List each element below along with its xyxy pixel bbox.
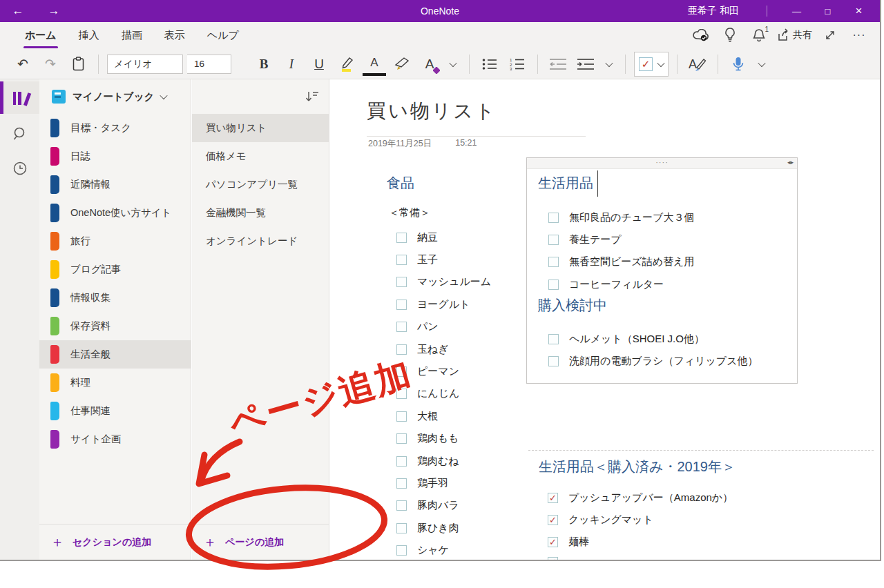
food-heading[interactable]: 食品	[387, 174, 414, 193]
indent-icon[interactable]	[574, 52, 597, 76]
checkbox[interactable]	[396, 500, 407, 511]
todo-item[interactable]: シャケ	[396, 539, 491, 561]
todo-item[interactable]: ヨーグルト	[396, 293, 491, 315]
checkbox[interactable]	[396, 478, 407, 489]
checkbox[interactable]	[396, 255, 407, 265]
recent-notes-clock-icon[interactable]	[0, 152, 39, 184]
todo-item[interactable]: パン	[396, 316, 491, 338]
notifications-bell-icon[interactable]: 1	[748, 25, 770, 46]
checkbox[interactable]	[396, 366, 407, 377]
checkbox-checked[interactable]	[548, 493, 558, 503]
todo-item[interactable]: クッキングマット	[548, 509, 733, 531]
todo-item[interactable]: 鶏肉もも	[396, 428, 491, 450]
forward-icon[interactable]: →	[46, 4, 62, 18]
note-container[interactable]: ···· ◂▸ 生活用品 無印良品のチューブ大３個 養生テープ 無香空間ビーズ詰…	[526, 157, 798, 384]
todo-item[interactable]: 納豆	[396, 226, 491, 248]
checkbox-checked[interactable]	[548, 537, 558, 547]
font-name-select[interactable]: メイリオ	[107, 55, 183, 74]
checkbox-checked[interactable]	[548, 515, 558, 525]
section-item-cooking[interactable]: 料理	[39, 369, 191, 397]
lightbulb-icon[interactable]	[719, 25, 741, 46]
page-item-price-memo[interactable]: 価格メモ	[192, 142, 329, 170]
section-item-blog[interactable]: ブログ記事	[39, 255, 191, 284]
paste-icon[interactable]	[66, 52, 90, 76]
todo-item[interactable]: マッシュルーム	[396, 271, 491, 293]
add-section-button[interactable]: ＋ セクションの追加	[39, 524, 191, 560]
todo-item[interactable]: 麺棒	[548, 531, 733, 553]
page-canvas[interactable]: 買い物リスト 2019年11月25日 15:21 食品 ＜常備＞ 納豆 玉子 マ…	[330, 79, 880, 560]
todo-item[interactable]: 豚肉バラ	[396, 495, 491, 517]
add-page-button[interactable]: ＋ ページの追加	[192, 524, 329, 560]
more-options-icon[interactable]: ···	[848, 25, 870, 46]
todo-item[interactable]: 大根	[396, 405, 491, 427]
section-item-site-planning[interactable]: サイト企画	[39, 425, 191, 453]
minimize-button[interactable]: —	[781, 0, 812, 22]
fullscreen-icon[interactable]	[819, 25, 841, 46]
back-icon[interactable]: ←	[10, 4, 26, 18]
share-button[interactable]: 共有	[777, 25, 812, 46]
todo-item[interactable]: 洗顔用の電動ブラシ（フィリップス他）	[548, 350, 758, 372]
section-item-goals[interactable]: 目標・タスク	[39, 114, 191, 142]
page-item-shopping-list[interactable]: 買い物リスト	[192, 114, 329, 142]
redo-icon[interactable]: ↷	[39, 52, 62, 76]
clear-formatting-icon[interactable]: A	[418, 52, 441, 76]
format-painter-icon[interactable]	[390, 52, 414, 76]
resize-handle-icon[interactable]: ◂▸	[787, 159, 794, 166]
notebook-selector[interactable]: マイノートブック	[39, 79, 191, 114]
undo-icon[interactable]: ↶	[11, 52, 35, 76]
purchased-heading[interactable]: 生活用品＜購入済み・2019年＞	[539, 458, 736, 476]
checkbox[interactable]	[396, 344, 407, 355]
todo-item[interactable]: 鶏手羽	[396, 472, 491, 494]
user-name[interactable]: 亜希子 和田	[688, 5, 739, 17]
checkbox[interactable]	[548, 280, 559, 290]
todo-item[interactable]: 玉子	[396, 248, 491, 271]
page-item-financial-institutions[interactable]: 金融機関一覧	[192, 199, 329, 227]
dictate-microphone-icon[interactable]	[727, 52, 750, 76]
todo-item[interactable]: 無香空間ビーズ詰め替え用	[548, 251, 694, 273]
todo-item[interactable]: 無印良品のチューブ大３個	[548, 206, 694, 228]
daily-goods-heading[interactable]: 生活用品	[538, 174, 593, 193]
highlighter-icon[interactable]	[335, 52, 358, 76]
checkbox[interactable]	[396, 456, 407, 467]
font-color-button[interactable]: A	[363, 52, 386, 76]
notebooks-icon[interactable]	[0, 81, 39, 114]
tag-chevron-icon[interactable]	[657, 59, 664, 66]
checkbox[interactable]	[548, 235, 559, 245]
bullet-list-icon[interactable]	[478, 52, 501, 76]
checkbox[interactable]	[396, 322, 407, 332]
todo-item[interactable]: ピーマン	[396, 360, 491, 382]
outdent-icon[interactable]	[546, 52, 570, 76]
bold-button[interactable]: B	[252, 52, 276, 76]
section-item-archive[interactable]: 保存資料	[39, 312, 191, 340]
checkbox[interactable]	[548, 257, 559, 267]
close-button[interactable]: ×	[843, 0, 874, 22]
checkbox[interactable]	[548, 356, 559, 366]
todo-item[interactable]: ヘルメット（SHOEI J.O他）	[548, 328, 758, 350]
section-item-daily-life[interactable]: 生活全般	[39, 340, 191, 369]
sync-status-icon[interactable]	[690, 25, 712, 46]
tab-home[interactable]: ホーム	[14, 23, 68, 48]
note-container-handle[interactable]: ···· ◂▸	[527, 158, 797, 169]
section-item-diary[interactable]: 日誌	[39, 142, 191, 170]
page-item-pc-apps[interactable]: パソコンアプリ一覧	[192, 170, 329, 199]
italic-button[interactable]: I	[280, 52, 303, 76]
todo-item[interactable]: 玉ねぎ	[396, 338, 491, 360]
checkbox[interactable]	[548, 213, 559, 223]
tab-draw[interactable]: 描画	[110, 23, 153, 48]
todo-tag-button[interactable]: ✓	[634, 52, 669, 77]
section-item-travel[interactable]: 旅行	[39, 227, 191, 255]
dictate-chevron-icon[interactable]	[754, 54, 769, 75]
search-icon[interactable]	[0, 117, 39, 150]
page-title[interactable]: 買い物リスト	[367, 98, 497, 124]
food-subheading[interactable]: ＜常備＞	[389, 206, 430, 219]
tab-help[interactable]: ヘルプ	[196, 23, 250, 48]
numbered-list-icon[interactable]: 123	[506, 52, 529, 76]
todo-item[interactable]: プッシュアップバー（Amazonか）	[548, 487, 733, 509]
checkbox[interactable]	[396, 389, 407, 399]
considering-purchase-heading[interactable]: 購入検討中	[538, 296, 607, 315]
section-item-info-gathering[interactable]: 情報収集	[39, 284, 191, 312]
tab-view[interactable]: 表示	[153, 23, 196, 48]
checkbox[interactable]	[396, 433, 407, 444]
sort-pages-icon[interactable]	[305, 90, 319, 103]
tab-insert[interactable]: 挿入	[68, 23, 110, 48]
